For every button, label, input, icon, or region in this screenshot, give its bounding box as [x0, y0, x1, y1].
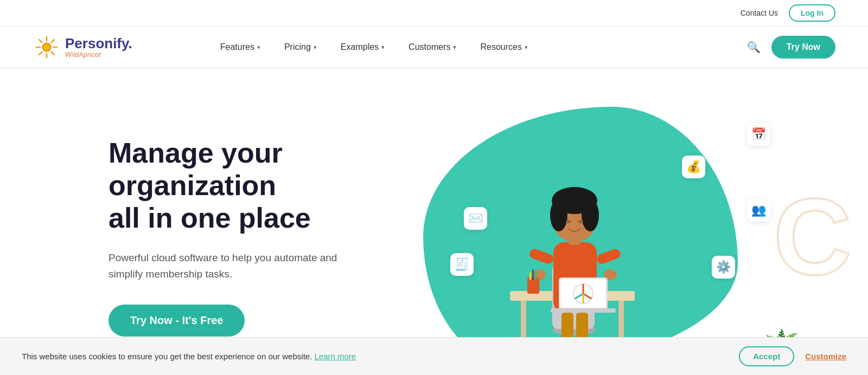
svg-rect-30	[596, 248, 622, 265]
learn-more-link[interactable]: Learn more	[314, 352, 356, 361]
svg-rect-29	[528, 248, 554, 265]
cookie-bar: This website uses cookies to ensure you …	[0, 337, 868, 375]
chevron-down-icon: ▾	[381, 44, 385, 51]
person-illustration	[488, 112, 662, 372]
search-icon[interactable]: 🔍	[747, 41, 761, 54]
svg-rect-39	[532, 269, 534, 280]
svg-rect-38	[529, 272, 531, 280]
chevron-down-icon: ▾	[525, 44, 528, 51]
logo[interactable]: Personify. WildApricot	[33, 33, 132, 61]
decorative-c: C	[774, 174, 852, 299]
nav-features[interactable]: Features ▾	[208, 38, 272, 56]
svg-rect-36	[551, 308, 616, 313]
svg-line-5	[39, 40, 42, 42]
svg-point-25	[550, 199, 567, 231]
logo-icon	[33, 33, 61, 61]
hero-subtitle: Powerful cloud software to help you auto…	[108, 250, 347, 283]
email-icon: ✉️	[464, 207, 487, 230]
nav-customers[interactable]: Customers ▾	[397, 38, 468, 56]
money-icon: 💰	[682, 156, 705, 178]
receipt-icon: 🧾	[450, 253, 474, 276]
users-icon: 👥	[747, 199, 770, 222]
nav-right: 🔍 Try Now	[747, 36, 835, 59]
customize-button[interactable]: Customize	[805, 352, 846, 361]
cookie-actions: Accept Customize	[739, 346, 846, 366]
svg-rect-40	[535, 270, 537, 280]
chevron-down-icon: ▾	[314, 44, 317, 51]
svg-line-7	[52, 40, 54, 42]
top-bar: Contact Us Log In	[0, 0, 868, 27]
calendar-icon: 📅	[747, 123, 770, 146]
accept-button[interactable]: Accept	[739, 346, 794, 366]
hero-illustration: 📅 💰 ✉️ 👥 🧾 ⚙️	[380, 101, 835, 372]
contact-us-link[interactable]: Contact Us	[741, 9, 778, 17]
hero-cta-button[interactable]: Try Now - It's Free	[108, 305, 245, 337]
login-button[interactable]: Log In	[789, 4, 835, 22]
logo-text: Personify. WildApricot	[65, 36, 132, 59]
svg-point-28	[578, 220, 583, 223]
chevron-down-icon: ▾	[453, 44, 456, 51]
cookie-text: This website uses cookies to ensure you …	[22, 352, 356, 361]
nav-links: Features ▾ Pricing ▾ Examples ▾ Customer…	[208, 38, 747, 56]
hero-section: Manage your organization all in one plac…	[0, 69, 868, 375]
svg-line-8	[39, 52, 42, 55]
svg-line-6	[52, 52, 54, 55]
try-now-button[interactable]: Try Now	[771, 36, 835, 59]
nav-resources[interactable]: Resources ▾	[468, 38, 539, 56]
nav-examples[interactable]: Examples ▾	[329, 38, 397, 56]
hero-title: Manage your organization all in one plac…	[108, 137, 380, 234]
svg-point-27	[566, 220, 571, 223]
svg-point-9	[44, 44, 49, 50]
hero-text: Manage your organization all in one plac…	[108, 137, 380, 336]
chevron-down-icon: ▾	[257, 44, 260, 51]
navbar: Personify. WildApricot Features ▾ Pricin…	[0, 27, 868, 69]
nav-pricing[interactable]: Pricing ▾	[272, 38, 329, 56]
gear-icon: ⚙️	[712, 256, 735, 279]
svg-point-26	[582, 199, 599, 231]
